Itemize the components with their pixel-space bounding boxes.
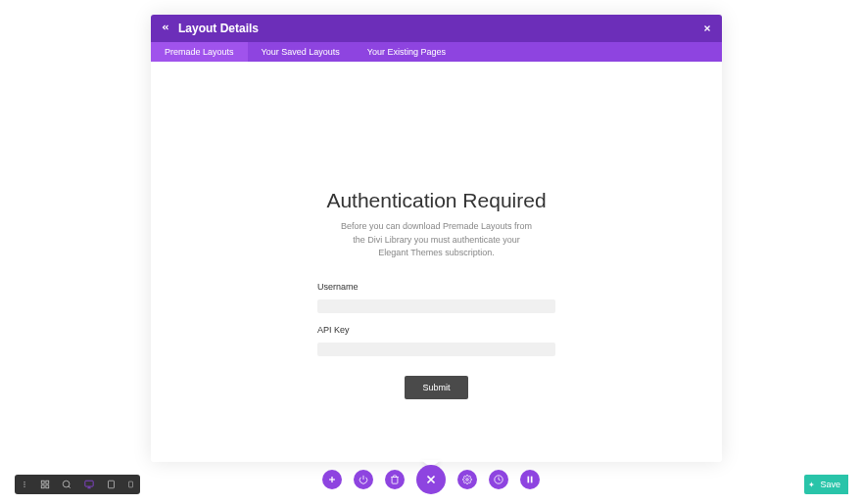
svg-point-2 — [24, 486, 24, 487]
submit-button[interactable]: Submit — [405, 376, 467, 399]
tab-existing-pages[interactable]: Your Existing Pages — [354, 42, 459, 62]
svg-rect-6 — [46, 485, 49, 488]
svg-line-8 — [69, 486, 71, 488]
add-button[interactable] — [322, 470, 342, 489]
tab-label: Your Existing Pages — [367, 47, 446, 57]
modal-title: Layout Details — [178, 22, 259, 35]
tab-saved-layouts[interactable]: Your Saved Layouts — [248, 42, 354, 62]
phone-icon[interactable] — [127, 480, 134, 489]
svg-point-1 — [24, 483, 24, 484]
pause-button[interactable] — [520, 470, 540, 489]
save-label: Save — [820, 480, 840, 489]
save-indicator-icon: ✦ — [808, 481, 815, 489]
svg-rect-4 — [46, 481, 49, 483]
tablet-icon[interactable] — [107, 480, 116, 489]
bottom-toolbar — [15, 475, 140, 494]
save-button[interactable]: ✦ Save — [804, 475, 848, 494]
close-icon[interactable] — [702, 21, 712, 36]
svg-rect-5 — [41, 485, 44, 488]
tab-label: Premade Layouts — [165, 47, 234, 57]
api-key-input[interactable] — [317, 343, 555, 356]
username-label: Username — [317, 282, 555, 292]
tab-label: Your Saved Layouts — [262, 47, 340, 57]
api-key-label: API Key — [317, 325, 555, 335]
grid-icon[interactable] — [40, 480, 50, 489]
svg-rect-12 — [109, 481, 115, 488]
close-button[interactable] — [416, 465, 446, 494]
username-group: Username — [317, 282, 555, 313]
username-input[interactable] — [317, 299, 555, 313]
svg-rect-21 — [528, 477, 530, 483]
svg-point-7 — [63, 481, 70, 487]
back-icon[interactable] — [161, 23, 170, 34]
layout-details-modal: Layout Details Premade Layouts Your Save… — [151, 15, 722, 462]
svg-point-0 — [24, 481, 24, 482]
desktop-icon[interactable] — [83, 480, 95, 489]
gear-button[interactable] — [457, 470, 477, 489]
modal-header: Layout Details — [151, 15, 722, 42]
svg-rect-14 — [128, 481, 132, 487]
modal-content: Authentication Required Before you can d… — [151, 62, 722, 399]
tabs: Premade Layouts Your Saved Layouts Your … — [151, 42, 722, 62]
svg-point-19 — [466, 479, 469, 481]
auth-description: Before you can download Premade Layouts … — [317, 220, 555, 260]
auth-title: Authentication Required — [317, 189, 555, 212]
tab-premade-layouts[interactable]: Premade Layouts — [151, 42, 248, 62]
api-key-group: API Key — [317, 325, 555, 356]
svg-rect-3 — [41, 481, 44, 483]
svg-rect-9 — [85, 481, 93, 486]
search-icon[interactable] — [62, 480, 72, 489]
action-buttons — [322, 465, 540, 494]
clock-button[interactable] — [489, 470, 508, 489]
trash-button[interactable] — [385, 470, 405, 489]
svg-rect-22 — [531, 477, 533, 483]
dots-vertical-icon[interactable] — [21, 480, 28, 489]
power-button[interactable] — [354, 470, 373, 489]
